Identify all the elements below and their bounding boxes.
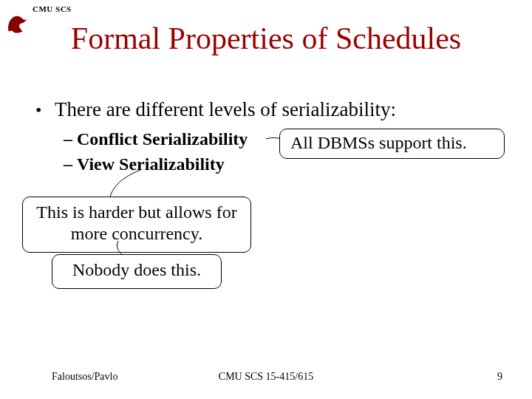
slide-title: Formal Properties of Schedules — [0, 21, 532, 56]
dash-icon: – — [64, 127, 77, 152]
annotation-harder: This is harder but allows for more concu… — [22, 197, 251, 253]
annotation-nobody: Nobody does this. — [52, 254, 222, 289]
footer-course: CMU SCS 15-415/615 — [0, 371, 532, 383]
slide: CMU SCS Formal Properties of Schedules •… — [0, 0, 532, 399]
sub-bullet-1-text: Conflict Serializability — [77, 127, 248, 152]
dash-icon: – — [64, 152, 77, 177]
bullet-dot-icon: • — [35, 98, 55, 122]
bullet-text: There are different levels of serializab… — [55, 96, 396, 123]
footer-page-number: 9 — [497, 371, 502, 383]
sub-bullet-2-text: View Serializability — [77, 152, 225, 177]
annotation-dbms: All DBMSs support this. — [279, 129, 505, 159]
header-label: CMU SCS — [33, 4, 72, 13]
bullet-main: • There are different levels of serializ… — [35, 96, 510, 123]
